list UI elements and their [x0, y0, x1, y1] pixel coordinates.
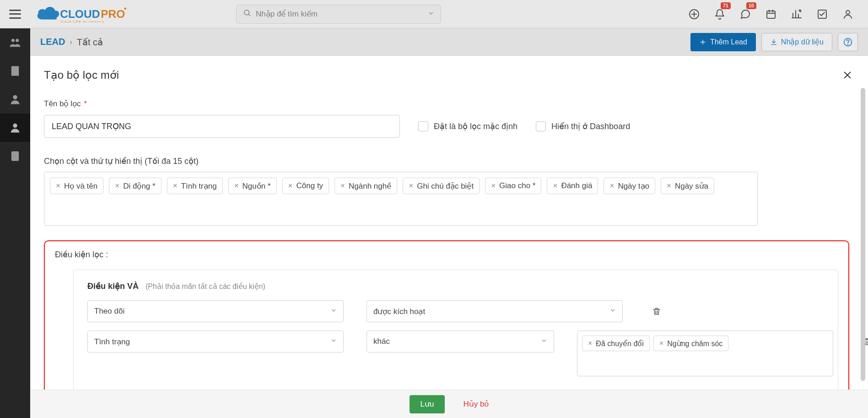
chip-remove-icon[interactable]: ×: [56, 181, 60, 190]
chip-remove-icon[interactable]: ×: [409, 181, 413, 190]
add-lead-button[interactable]: Thêm Lead: [690, 33, 756, 51]
chevron-down-icon: [428, 10, 434, 18]
value-chip[interactable]: ×Đã chuyển đổi: [582, 336, 650, 351]
chip-label: Ngành nghề: [349, 181, 391, 191]
filter-name-input[interactable]: [44, 115, 400, 138]
chevron-down-icon: [330, 337, 337, 346]
chip-remove-icon[interactable]: ×: [667, 181, 671, 190]
import-label: Nhập dữ liệu: [781, 38, 824, 46]
chip-label: Đánh giá: [561, 181, 592, 190]
bell-icon[interactable]: 71: [713, 8, 726, 21]
dashboard-option[interactable]: Hiển thị ở Dashboard: [536, 121, 630, 131]
hamburger-menu[interactable]: [0, 0, 30, 28]
chip-remove-icon[interactable]: ×: [340, 181, 345, 190]
chevron-down-icon: [609, 307, 616, 316]
cancel-button[interactable]: Hủy bỏ: [463, 399, 489, 409]
column-chip[interactable]: ×Nguồn *: [228, 178, 277, 194]
column-chip[interactable]: ×Họ và tên: [50, 178, 103, 194]
breadcrumb-leaf: Tất cả: [77, 37, 103, 48]
column-chip[interactable]: ×Ngành nghề: [334, 178, 397, 194]
breadcrumb-root[interactable]: LEAD: [40, 37, 65, 47]
checkbox[interactable]: [418, 121, 428, 131]
column-chip[interactable]: ×Đánh giá: [547, 178, 598, 194]
condition-field-select[interactable]: Theo dõi: [87, 300, 344, 322]
svg-point-3: [124, 7, 127, 10]
condition-operator-select[interactable]: được kích hoạt: [367, 300, 623, 322]
chip-remove-icon[interactable]: ×: [553, 181, 557, 190]
chip-label: Tình trạng: [181, 181, 217, 191]
delete-row-button[interactable]: [646, 300, 668, 322]
nav-leads[interactable]: [0, 28, 30, 57]
nav-leads-active[interactable]: [0, 114, 30, 142]
close-icon[interactable]: [842, 69, 852, 83]
select-value: được kích hoạt: [373, 307, 425, 316]
tasks-icon[interactable]: [816, 8, 829, 21]
and-note: (Phải thỏa mãn tất cả các điều kiện): [146, 282, 265, 290]
required-star: *: [84, 99, 87, 108]
condition-field-select[interactable]: Tình trạng: [87, 331, 344, 353]
chip-label: Ngày tạo: [618, 181, 649, 191]
svg-text:Cloud CRM by Industry: Cloud CRM by Industry: [61, 20, 105, 23]
svg-point-9: [11, 39, 15, 42]
chip-remove-icon[interactable]: ×: [288, 181, 293, 190]
chip-remove-icon[interactable]: ×: [609, 181, 614, 190]
checkbox[interactable]: [536, 121, 546, 131]
svg-rect-14: [13, 71, 14, 71]
chip-remove-icon[interactable]: ×: [173, 181, 178, 190]
svg-point-8: [846, 11, 850, 14]
svg-text:CLOUD: CLOUD: [60, 7, 100, 20]
add-icon[interactable]: [688, 8, 701, 21]
chip-remove-icon[interactable]: ×: [115, 181, 119, 190]
svg-point-16: [13, 95, 17, 99]
columns-chipbox[interactable]: ×Họ và tên×Di động *×Tình trạng×Nguồn *×…: [44, 172, 758, 226]
chat-icon[interactable]: 10: [739, 8, 752, 21]
chip-label: Đã chuyển đổi: [596, 339, 644, 348]
nav-accounts[interactable]: [0, 142, 30, 170]
add-lead-label: Thêm Lead: [710, 38, 747, 46]
save-button[interactable]: Lưu: [410, 395, 445, 413]
condition-operator-select[interactable]: khác: [367, 331, 554, 353]
chip-label: Ngừng chăm sóc: [667, 339, 722, 348]
help-button[interactable]: [838, 33, 858, 51]
default-filter-option[interactable]: Đặt là bộ lọc mặc định: [418, 121, 518, 131]
dashboard-label: Hiển thị ở Dashboard: [551, 121, 630, 131]
global-search[interactable]: Nhập để tìm kiếm: [236, 5, 441, 24]
chip-label: Họ và tên: [64, 181, 97, 191]
svg-text:PRO: PRO: [101, 7, 125, 20]
notification-badge: 71: [721, 2, 731, 9]
chip-remove-icon[interactable]: ×: [234, 181, 239, 190]
svg-point-21: [848, 44, 848, 44]
nav-companies[interactable]: [0, 57, 30, 85]
svg-rect-12: [13, 68, 14, 69]
calendar-icon[interactable]: [765, 8, 777, 21]
column-chip[interactable]: ×Ngày sửa: [661, 178, 714, 194]
column-chip[interactable]: ×Ngày tạo: [604, 178, 655, 194]
default-filter-label: Đặt là bộ lọc mặc định: [434, 121, 518, 131]
svg-rect-11: [11, 66, 19, 76]
column-chip[interactable]: ×Ghi chú đặc biệt: [403, 178, 480, 194]
reports-icon[interactable]: [790, 8, 803, 21]
chip-remove-icon[interactable]: ×: [491, 181, 496, 190]
column-chip[interactable]: ×Di động *: [109, 178, 161, 194]
column-chip[interactable]: ×Giao cho *: [485, 178, 541, 194]
condition-value-chipbox[interactable]: ×Đã chuyển đổi×Ngừng chăm sóc: [577, 331, 833, 376]
column-chip[interactable]: ×Công ty: [282, 178, 329, 194]
column-chip[interactable]: ×Tình trạng: [167, 178, 223, 194]
select-value: Theo dõi: [94, 307, 124, 316]
chip-remove-icon[interactable]: ×: [659, 339, 663, 347]
chip-remove-icon[interactable]: ×: [588, 339, 592, 347]
svg-point-19: [14, 154, 16, 156]
svg-point-17: [13, 124, 17, 128]
user-icon[interactable]: [841, 8, 854, 21]
filter-name-label: Tên bộ lọc: [44, 99, 81, 108]
value-chip[interactable]: ×Ngừng chăm sóc: [653, 336, 729, 351]
chip-label: Nguồn *: [243, 181, 271, 191]
select-value: khác: [373, 337, 390, 346]
chip-label: Di động *: [123, 181, 155, 191]
conditions-title: Điều kiện lọc :: [55, 250, 838, 260]
svg-rect-6: [767, 11, 775, 18]
import-button[interactable]: Nhập dữ liệu: [761, 33, 832, 51]
scrollbar[interactable]: [861, 88, 865, 381]
nav-contacts[interactable]: [0, 85, 30, 114]
select-value: Tình trạng: [94, 337, 130, 347]
